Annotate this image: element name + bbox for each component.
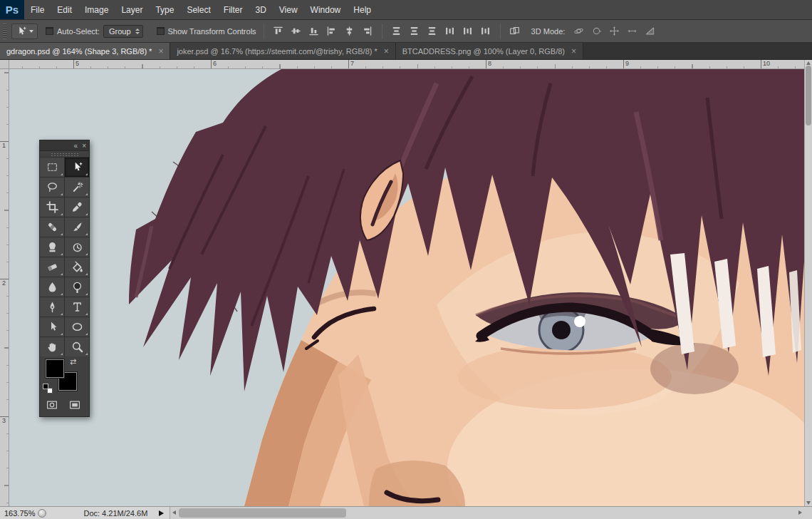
align-left-edges-button[interactable] [325,24,339,38]
align-right-edges-button[interactable] [360,24,375,38]
tools-grid [40,157,89,356]
tab-label: joker.psd @ 16.7% (https://steemit.com/@… [177,47,377,56]
foreground-color-swatch[interactable] [46,359,64,378]
tool-eraser[interactable] [40,257,64,277]
show-transform-checkbox[interactable] [157,27,165,35]
tools-panel: « × ⇄ [39,140,90,417]
distribute-left-edges-button[interactable] [443,24,457,38]
align-horizontal-centers-button[interactable] [343,24,357,38]
tool-paint-bucket[interactable] [65,257,89,277]
ruler-label: 10 [763,60,770,67]
tools-panel-header[interactable]: « × [40,140,89,151]
scroll-left-icon[interactable] [172,510,176,515]
tool-rectangular-marquee[interactable] [40,158,64,177]
close-icon[interactable]: × [384,47,389,56]
align-top-edges-button[interactable] [271,24,286,38]
tool-clone-stamp[interactable] [40,237,64,257]
3d-rotate-button[interactable] [571,24,585,38]
tool-crop[interactable] [40,197,64,217]
menu-layer[interactable]: Layer [115,0,149,19]
menu-filter[interactable]: Filter [217,0,249,19]
default-colors-icon[interactable] [43,384,53,394]
3d-drag-button[interactable] [607,24,621,38]
canvas-artwork [9,69,804,506]
panel-drag-grip[interactable] [40,151,89,157]
tool-spot-healing-brush[interactable] [40,217,64,237]
3d-slide-button[interactable] [625,24,639,38]
close-icon[interactable]: × [158,47,163,56]
tool-brush[interactable] [65,217,89,237]
ruler-origin-box[interactable] [0,60,9,69]
options-bar-grip[interactable] [3,24,6,39]
swap-colors-icon[interactable]: ⇄ [70,357,76,366]
tool-move[interactable] [65,158,89,177]
distribute-bottom-edges-button[interactable] [425,24,439,38]
auto-select-dropdown[interactable]: Group [103,25,143,38]
tool-type[interactable] [65,297,89,317]
distribute-vertical-centers-button[interactable] [407,24,422,38]
ruler-label: 1 [2,142,6,149]
tool-dodge[interactable] [65,277,89,297]
3d-mode-label: 3D Mode: [531,27,566,36]
menu-select[interactable]: Select [180,0,217,19]
menu-edit[interactable]: Edit [51,0,78,19]
menu-image[interactable]: Image [78,0,115,19]
tool-history-brush[interactable] [65,237,89,257]
close-icon[interactable]: × [571,47,576,56]
ruler-label: 2 [2,279,6,287]
quick-mask-button[interactable] [44,398,60,412]
ruler-label: 5 [76,60,79,67]
tab-btcaddress[interactable]: BTCADDRESS.png @ 100% (Layer 0, RGB/8) × [396,43,583,59]
separator [382,24,382,39]
vertical-scrollbar[interactable] [804,60,812,506]
zoom-level-field[interactable]: 163.75% [0,509,35,518]
auto-align-layers-button[interactable] [508,24,522,38]
menu-view[interactable]: View [273,0,304,19]
tool-ellipse[interactable] [65,317,89,336]
tool-eyedropper[interactable] [65,197,89,217]
photoshop-logo: Ps [0,0,24,19]
show-transform-option: Show Transform Controls [157,27,256,36]
tool-blur[interactable] [40,277,64,297]
tab-joker[interactable]: joker.psd @ 16.7% (https://steemit.com/@… [170,43,395,59]
menu-3d[interactable]: 3D [249,0,272,19]
horizontal-scroll-thumb[interactable] [179,508,346,518]
3d-scale-button[interactable] [642,24,657,38]
auto-select-value: Group [109,27,131,36]
auto-select-option: Auto-Select: [46,27,100,36]
vertical-scroll-thumb[interactable] [806,66,811,125]
tool-path-selection[interactable] [40,317,64,336]
tab-bar-empty-area [583,43,812,59]
distribute-top-edges-button[interactable] [390,24,404,38]
menu-file[interactable]: File [24,0,51,19]
separator [264,24,264,39]
distribute-horizontal-centers-button[interactable] [461,24,475,38]
menu-type[interactable]: Type [149,0,180,19]
auto-select-checkbox[interactable] [46,27,53,35]
vertical-ruler[interactable]: 1 2 3 [0,69,9,506]
tab-gdragon[interactable]: gdragon.psd @ 164% (Shape 3, RGB/8) * × [0,43,170,59]
scroll-right-icon[interactable] [798,510,802,515]
menu-window[interactable]: Window [304,0,348,19]
menu-help[interactable]: Help [347,0,378,19]
status-popup-arrow[interactable] [159,510,164,516]
tool-hand[interactable] [40,337,64,356]
collapse-panel-icon[interactable]: « [74,142,78,150]
tool-magic-wand[interactable] [65,178,89,197]
tool-zoom[interactable] [65,337,89,356]
screen-mode-button[interactable] [67,398,83,412]
scroll-down-icon[interactable] [806,501,811,505]
close-icon[interactable]: × [82,142,86,150]
align-bottom-edges-button[interactable] [307,24,321,38]
3d-roll-button[interactable] [589,24,603,38]
distribute-right-edges-button[interactable] [479,24,493,38]
tool-lasso[interactable] [40,178,64,197]
tool-pen[interactable] [40,297,64,317]
align-vertical-centers-button[interactable] [289,24,303,38]
scroll-up-icon[interactable] [806,61,811,65]
horizontal-ruler[interactable]: 5 6 7 8 9 10 [9,60,804,69]
show-transform-label: Show Transform Controls [168,27,256,36]
tool-preset-picker[interactable] [11,24,38,39]
horizontal-scrollbar[interactable] [170,507,812,519]
canvas[interactable] [9,69,804,506]
